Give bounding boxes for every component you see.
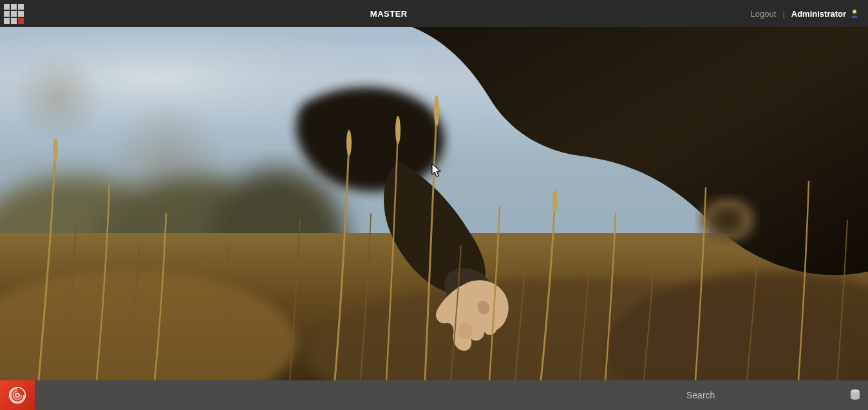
hero-image — [0, 27, 868, 380]
logout-link[interactable]: Logout — [751, 9, 777, 19]
user-menu[interactable]: Administrator — [791, 9, 859, 19]
top-right-controls: Logout | Administrator — [751, 9, 868, 19]
database-icon — [849, 389, 862, 402]
logo-button[interactable] — [0, 380, 35, 410]
svg-point-21 — [10, 387, 25, 403]
svg-point-22 — [15, 393, 19, 397]
separator: | — [782, 9, 784, 19]
swirl-logo-icon — [8, 386, 27, 405]
search-input[interactable] — [684, 386, 838, 404]
apps-menu-button[interactable] — [0, 0, 27, 27]
user-label: Administrator — [791, 9, 846, 19]
top-bar: MASTER Logout | Administrator — [0, 0, 868, 27]
page-title: MASTER — [27, 9, 751, 19]
database-icon-button[interactable] — [842, 380, 868, 410]
avatar-icon — [850, 9, 859, 18]
svg-point-0 — [853, 10, 856, 14]
apps-grid-icon — [4, 4, 24, 24]
svg-rect-20 — [0, 27, 868, 380]
bottom-bar — [0, 380, 868, 410]
